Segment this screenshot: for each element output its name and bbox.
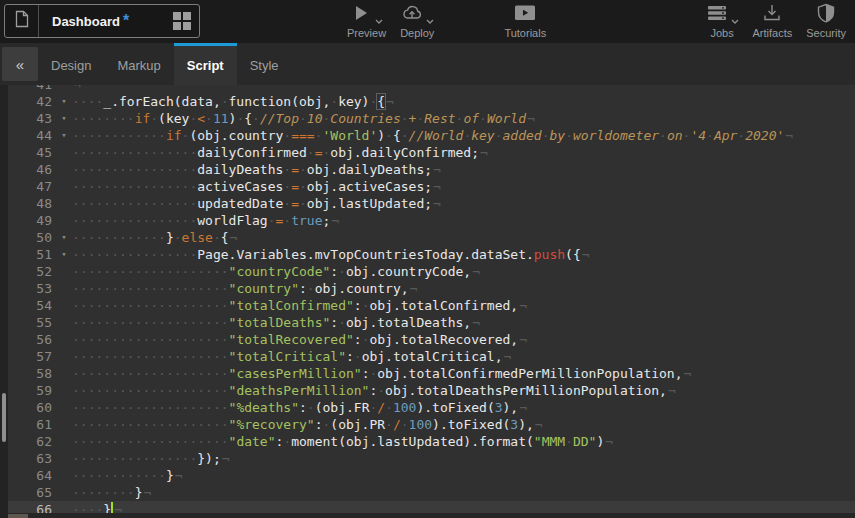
eol-marker: ¬ [668, 383, 676, 398]
code-line-65[interactable]: 65········}¬ [8, 484, 855, 501]
toolbar-button-label: Security [806, 27, 846, 39]
line-number: 51 [8, 246, 56, 263]
code-line-54[interactable]: 54····················"totalConfirmed":·… [8, 297, 855, 314]
code-line-content: ················Page.Variables.mvTopCoun… [72, 246, 855, 263]
eol-marker: ¬ [785, 128, 793, 143]
line-number: 44 [8, 127, 56, 144]
code-line-51[interactable]: 51▾················Page.Variables.mvTopC… [8, 246, 855, 263]
code-line-content: ····················"deathsPerMillion":·… [72, 382, 855, 399]
tab-design[interactable]: Design [38, 43, 104, 85]
left-panel-scrollbar[interactable] [0, 85, 8, 518]
fold-spacer [56, 263, 72, 280]
code-line-60[interactable]: 60····················"%deaths":·(obj.FR… [8, 399, 855, 416]
code-line-content: ········if·(key·<·11)·{·//Top·10·Countri… [72, 110, 855, 127]
code-line-62[interactable]: 62····················"date":·moment(obj… [8, 433, 855, 450]
tab-style[interactable]: Style [237, 43, 292, 85]
collapse-left-panel-button[interactable]: « [2, 47, 38, 81]
code-line-63[interactable]: 63················});¬ [8, 450, 855, 467]
code-line-content: ····················"totalConfirmed":·ob… [72, 297, 855, 314]
code-line-46[interactable]: 46················dailyDeaths·=·obj.dail… [8, 161, 855, 178]
eol-marker: ¬ [504, 349, 512, 364]
toolbar-button-deploy[interactable]: Deploy [393, 3, 441, 41]
chevron-down-icon[interactable] [375, 10, 383, 28]
line-number: 54 [8, 297, 56, 314]
code-line-64[interactable]: 64············}¬ [8, 467, 855, 484]
page-selector[interactable]: Dashboard * [4, 4, 200, 38]
code-line-49[interactable]: 49················worldFlag·=·true;¬ [8, 212, 855, 229]
code-line-content: ················dailyConfirmed·=·obj.dai… [72, 144, 855, 161]
code-line-content: ····················"totalRecovered":·ob… [72, 331, 855, 348]
fold-toggle-icon[interactable]: ▾ [56, 93, 72, 110]
fold-spacer [56, 416, 72, 433]
toolbar-button-jobs[interactable]: Jobs [699, 3, 746, 41]
line-number: 58 [8, 365, 56, 382]
eol-marker: ¬ [535, 417, 543, 432]
code-line-55[interactable]: 55····················"totalDeaths":·obj… [8, 314, 855, 331]
code-line-58[interactable]: 58····················"casesPerMillion":… [8, 365, 855, 382]
fold-spacer [56, 365, 72, 382]
toolbar-button-tutorials[interactable]: Tutorials [497, 3, 553, 41]
line-number: 50 [8, 229, 56, 246]
code-line-59[interactable]: 59····················"deathsPerMillion"… [8, 382, 855, 399]
top-toolbar: Dashboard * PreviewDeployTutorials JobsA… [0, 0, 855, 43]
eol-marker: ¬ [331, 213, 339, 228]
toolbar-button-label: Tutorials [504, 27, 546, 39]
code-line-53[interactable]: 53····················"country":·obj.cou… [8, 280, 855, 297]
line-number: 48 [8, 195, 56, 212]
fold-spacer [56, 314, 72, 331]
code-line-50[interactable]: 50▾············}·else·{¬ [8, 229, 855, 246]
code-line-content: ¬ [72, 85, 855, 93]
toolbar-center-actions: PreviewDeployTutorials [340, 0, 553, 43]
code-line-content: ····················"date":·moment(obj.l… [72, 433, 855, 450]
tab-markup[interactable]: Markup [104, 43, 173, 85]
studio-window: Dashboard * PreviewDeployTutorials JobsA… [0, 0, 855, 518]
code-line-61[interactable]: 61····················"%recovery":·(obj.… [8, 416, 855, 433]
code-line-content: ····················"casesPerMillion":·o… [72, 365, 855, 382]
fold-spacer [56, 382, 72, 399]
shield-icon [815, 3, 837, 27]
chevron-down-icon[interactable] [731, 10, 739, 28]
toolbar-button-artifacts[interactable]: Artifacts [746, 3, 800, 41]
fold-toggle-icon[interactable]: ▾ [56, 127, 72, 144]
code-line-content: ····_.forEach(data,·function(obj,·key)·{… [72, 93, 855, 110]
line-number: 61 [8, 416, 56, 433]
left-scrollbar-thumb[interactable] [2, 393, 6, 442]
code-line-52[interactable]: 52····················"countryCode":·obj… [8, 263, 855, 280]
code-line-43[interactable]: 43▾········if·(key·<·11)·{·//Top·10·Coun… [8, 110, 855, 127]
fold-toggle-icon[interactable]: ▾ [56, 246, 72, 263]
horizontal-scrollbar-thumb[interactable] [8, 514, 28, 518]
code-line-45[interactable]: 45················dailyConfirmed·=·obj.d… [8, 144, 855, 161]
code-line-content: ················});¬ [72, 450, 855, 467]
horizontal-scrollbar[interactable] [8, 513, 855, 518]
fold-spacer [56, 178, 72, 195]
fold-toggle-icon[interactable]: ▾ [56, 110, 72, 127]
eol-marker: ¬ [230, 230, 238, 245]
fold-spacer [56, 467, 72, 484]
code-line-44[interactable]: 44▾············if·(obj.country·===·'Worl… [8, 127, 855, 144]
code-line-57[interactable]: 57····················"totalCritical":·o… [8, 348, 855, 365]
file-icon-button[interactable] [5, 5, 39, 37]
script-editor[interactable]: 41¬42▾····_.forEach(data,·function(obj,·… [0, 85, 855, 518]
code-area[interactable]: 41¬42▾····_.forEach(data,·function(obj,·… [8, 85, 855, 518]
fold-toggle-icon[interactable]: ▾ [56, 229, 72, 246]
code-line-42[interactable]: 42▾····_.forEach(data,·function(obj,·key… [8, 93, 855, 110]
tab-script[interactable]: Script [174, 43, 237, 85]
chevron-down-icon[interactable] [426, 10, 434, 28]
code-line-41[interactable]: 41¬ [8, 85, 855, 93]
code-line-48[interactable]: 48················updatedDate·=·obj.last… [8, 195, 855, 212]
fold-spacer [56, 297, 72, 314]
code-line-56[interactable]: 56····················"totalRecovered":·… [8, 331, 855, 348]
code-line-47[interactable]: 47················activeCases·=·obj.acti… [8, 178, 855, 195]
fold-spacer [56, 161, 72, 178]
line-number: 55 [8, 314, 56, 331]
line-number: 42 [8, 93, 56, 110]
toolbar-button-preview[interactable]: Preview [340, 3, 393, 41]
code-line-content: ············}·else·{¬ [72, 229, 855, 246]
eol-marker: ¬ [143, 485, 151, 500]
toolbar-button-security[interactable]: Security [799, 3, 853, 41]
pages-grid-icon[interactable] [173, 12, 191, 30]
toolbar-button-label: Preview [347, 27, 386, 39]
line-number: 59 [8, 382, 56, 399]
code-line-content: ················activeCases·=·obj.active… [72, 178, 855, 195]
eol-marker: ¬ [684, 366, 692, 381]
